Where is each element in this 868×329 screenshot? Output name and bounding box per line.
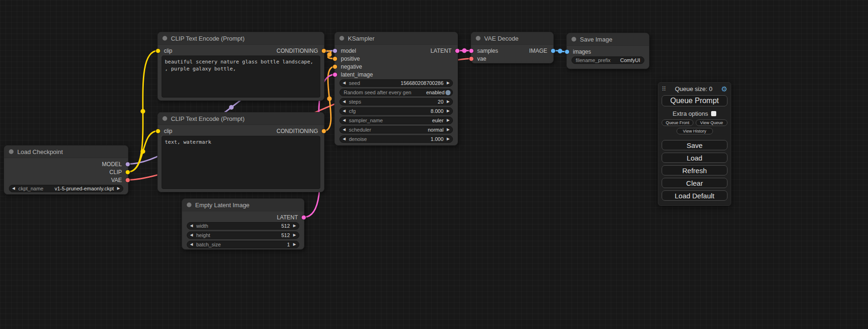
decrement-icon[interactable]: ◀	[343, 137, 346, 141]
decrement-icon[interactable]: ◀	[343, 100, 346, 104]
decrement-icon[interactable]: ◀	[190, 224, 193, 228]
extra-options-checkbox[interactable]	[711, 111, 716, 116]
increment-icon[interactable]: ▶	[117, 187, 120, 190]
steps-widget[interactable]: ◀ steps 20 ▶	[339, 98, 453, 105]
settings-gear-icon[interactable]: ⚙	[721, 85, 727, 92]
image-output-port[interactable]	[550, 48, 556, 53]
decrement-icon[interactable]: ◀	[343, 119, 346, 122]
node-title-bar[interactable]: Save Image	[567, 33, 649, 46]
widget-value: enabled	[426, 90, 445, 95]
clip-output-port[interactable]	[125, 169, 130, 175]
increment-icon[interactable]: ▶	[447, 119, 450, 122]
toggle-knob[interactable]	[445, 90, 451, 95]
collapse-dot-icon[interactable]	[572, 37, 576, 42]
clip-input-port[interactable]	[155, 48, 161, 53]
increment-icon[interactable]: ▶	[447, 100, 450, 104]
collapse-dot-icon[interactable]	[9, 149, 14, 154]
latent-output-port[interactable]	[301, 215, 306, 220]
samples-input-label: samples	[477, 48, 498, 54]
random-seed-toggle-widget[interactable]: Random seed after every gen enabled	[339, 89, 453, 96]
model-output-port[interactable]	[125, 161, 130, 167]
batch-size-widget[interactable]: ◀ batch_size 1 ▶	[187, 241, 299, 248]
load-default-button[interactable]: Load Default	[662, 190, 727, 201]
collapse-dot-icon[interactable]	[476, 36, 480, 41]
samples-input-port[interactable]	[469, 48, 474, 53]
conditioning-output-port[interactable]	[321, 128, 326, 133]
clip-output-label: CLIP	[109, 169, 122, 175]
increment-icon[interactable]: ▶	[447, 81, 450, 85]
save-button[interactable]: Save	[662, 140, 727, 150]
node-clip-text-encode-negative[interactable]: CLIP Text Encode (Prompt) clip CONDITION…	[157, 112, 325, 192]
queue-panel-header: ⠿ Queue size: 0 ⚙	[662, 84, 727, 93]
node-title-bar[interactable]: CLIP Text Encode (Prompt)	[158, 112, 324, 125]
cfg-widget[interactable]: ◀ cfg 8.000 ▶	[339, 107, 453, 115]
vae-input-port[interactable]	[469, 56, 474, 61]
model-input-port[interactable]	[332, 48, 338, 53]
queue-prompt-button[interactable]: Queue Prompt	[662, 95, 727, 106]
clip-input-port[interactable]	[155, 128, 161, 133]
scheduler-widget[interactable]: ◀ scheduler normal ▶	[339, 126, 453, 133]
decrement-icon[interactable]: ◀	[343, 128, 346, 132]
width-widget[interactable]: ◀ width 512 ▶	[187, 222, 299, 230]
port-row: images	[567, 48, 649, 56]
positive-input-port[interactable]	[332, 56, 338, 61]
node-title-bar[interactable]: KSampler	[335, 32, 458, 45]
load-button[interactable]: Load	[662, 153, 727, 163]
negative-input-port[interactable]	[332, 64, 338, 69]
increment-icon[interactable]: ▶	[447, 137, 450, 141]
negative-prompt-textarea[interactable]: text, watermark	[162, 136, 320, 189]
decrement-icon[interactable]: ◀	[190, 233, 193, 237]
positive-prompt-textarea[interactable]: beautiful scenery nature glass bottle la…	[162, 56, 320, 98]
decrement-icon[interactable]: ◀	[190, 243, 193, 246]
increment-icon[interactable]: ▶	[293, 233, 296, 237]
images-input-port[interactable]	[565, 49, 570, 54]
widget-value: normal	[428, 127, 444, 133]
node-title-bar[interactable]: CLIP Text Encode (Prompt)	[158, 32, 324, 45]
node-clip-text-encode-positive[interactable]: CLIP Text Encode (Prompt) clip CONDITION…	[157, 32, 325, 101]
increment-icon[interactable]: ▶	[447, 109, 450, 113]
denoise-widget[interactable]: ◀ denoise 1.000 ▶	[339, 135, 453, 143]
node-ksampler[interactable]: KSampler model LATENT positive negative …	[334, 32, 458, 146]
node-empty-latent-image[interactable]: Empty Latent Image LATENT ◀ width 512 ▶ …	[182, 198, 304, 250]
collapse-dot-icon[interactable]	[339, 36, 344, 41]
latent-image-input-label: latent_image	[341, 71, 373, 78]
node-title-bar[interactable]: Load Checkpoint	[4, 146, 128, 158]
vae-output-port[interactable]	[125, 177, 130, 182]
filename-prefix-widget[interactable]: filename_prefix ComfyUI	[572, 56, 644, 64]
height-widget[interactable]: ◀ height 512 ▶	[187, 231, 299, 239]
refresh-button[interactable]: Refresh	[662, 165, 727, 175]
node-title-bar[interactable]: Empty Latent Image	[182, 199, 304, 211]
widget-name: filename_prefix	[576, 57, 611, 63]
increment-icon[interactable]: ▶	[447, 128, 450, 132]
widget-value: 8.000	[430, 108, 444, 114]
conditioning-output-port[interactable]	[321, 48, 326, 53]
drag-handle-icon[interactable]: ⠿	[662, 85, 666, 92]
clear-button[interactable]: Clear	[662, 178, 727, 188]
node-vae-decode[interactable]: VAE Decode samples IMAGE vae	[471, 32, 554, 63]
collapse-dot-icon[interactable]	[162, 116, 167, 121]
queue-front-button[interactable]: Queue Front	[662, 119, 693, 126]
decrement-icon[interactable]: ◀	[343, 81, 346, 85]
widget-name: steps	[349, 99, 361, 105]
widget-name: batch_size	[196, 242, 221, 247]
node-save-image[interactable]: Save Image images filename_prefix ComfyU…	[566, 33, 649, 69]
increment-icon[interactable]: ▶	[293, 224, 296, 228]
seed-widget[interactable]: ◀ seed 156680208700286 ▶	[339, 79, 453, 87]
node-graph-canvas[interactable]: Load Checkpoint MODEL CLIP VAE ◀ ckpt_na…	[0, 0, 868, 329]
latent-image-input-port[interactable]	[332, 72, 338, 77]
view-history-button[interactable]: View History	[677, 128, 713, 134]
collapse-dot-icon[interactable]	[187, 203, 191, 207]
sampler-name-widget[interactable]: ◀ sampler_name euler ▶	[339, 117, 453, 124]
decrement-icon[interactable]: ◀	[343, 109, 346, 113]
ckpt-name-widget[interactable]: ◀ ckpt_name v1-5-pruned-emaonly.ckpt ▶	[9, 185, 123, 192]
widget-value: euler	[432, 118, 443, 123]
port-row: latent_image	[335, 70, 458, 78]
collapse-dot-icon[interactable]	[162, 36, 167, 41]
view-queue-button[interactable]: View Queue	[696, 119, 727, 126]
node-title-bar[interactable]: VAE Decode	[471, 32, 553, 45]
decrement-icon[interactable]: ◀	[12, 187, 15, 190]
increment-icon[interactable]: ▶	[293, 243, 296, 246]
node-load-checkpoint[interactable]: Load Checkpoint MODEL CLIP VAE ◀ ckpt_na…	[4, 145, 128, 195]
latent-output-port[interactable]	[455, 48, 460, 53]
widget-name: cfg	[349, 108, 356, 114]
